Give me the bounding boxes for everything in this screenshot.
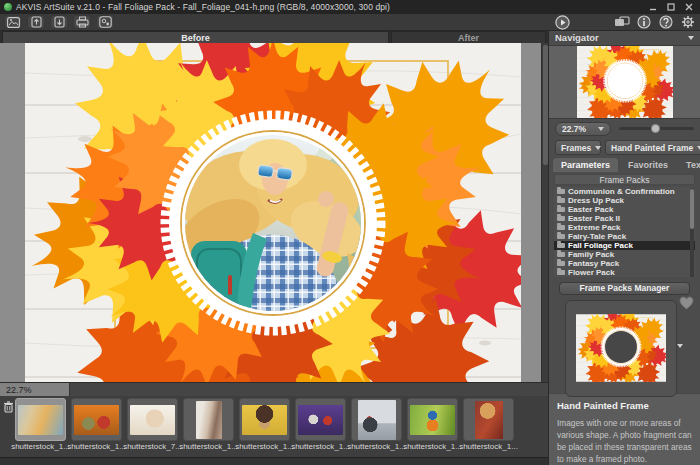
frame-pack-item[interactable]: Extreme Pack (554, 223, 695, 232)
frame-description-text: Images with one or more areas of various… (557, 417, 692, 465)
tab-parameters[interactable]: Parameters (553, 158, 618, 172)
zoom-dropdown[interactable]: 22.7% (555, 122, 611, 136)
frame-selector-row: Frames Hand Painted Frame (549, 139, 700, 158)
frame-pack-label: Fantasy Pack (568, 259, 619, 268)
frame-pack-label: Family Pack (568, 250, 614, 259)
image-canvas[interactable] (0, 43, 548, 382)
frame-pack-item[interactable]: Fairy-Tale Pack (554, 232, 695, 241)
minimize-icon[interactable] (645, 2, 660, 13)
frame-pack-item[interactable]: Communion & Confirmation (554, 187, 695, 196)
frame-pack-list: Communion & ConfirmationDress Up PackEas… (554, 187, 695, 277)
zoom-slider-thumb[interactable] (651, 124, 660, 133)
thumb-image (295, 398, 346, 441)
thumb-label: shutterstock_1... (291, 442, 350, 451)
frame-pack-item[interactable]: Easter Pack (554, 205, 695, 214)
frame-pack-label: Communion & Confirmation (568, 187, 675, 196)
thumb-image (407, 398, 458, 441)
run-button[interactable] (553, 15, 571, 29)
frame-pack-label: Extreme Pack (568, 223, 620, 232)
tab-before-label: Before (181, 33, 210, 43)
navigator-header[interactable]: Navigator (549, 31, 700, 45)
filmstrip-thumb[interactable]: shutterstock_1... (407, 398, 458, 451)
frame-pack-scrollbar[interactable] (690, 188, 694, 277)
folder-icon (557, 225, 565, 230)
canvas-vertical-scrollbar[interactable] (541, 43, 548, 382)
folder-icon (557, 270, 565, 275)
frame-pack-item[interactable]: Fantasy Pack (554, 259, 695, 268)
thumb-label: shutterstock_1... (403, 442, 462, 451)
close-icon[interactable] (681, 2, 696, 13)
navigator-viewport[interactable] (549, 45, 700, 119)
open-image-icon[interactable] (4, 15, 22, 29)
frame-pack-label: Fall Foliage Pack (568, 241, 633, 250)
filmstrip-thumb[interactable]: shutterstock_1... (71, 398, 122, 451)
help-icon[interactable] (657, 15, 675, 29)
thumb-image (71, 398, 122, 441)
tab-before[interactable]: Before (2, 31, 389, 43)
tab-text[interactable]: Text (678, 158, 700, 172)
preview-expand-icon[interactable] (677, 344, 683, 348)
frame-packs-header: Frame Packs (554, 174, 695, 185)
frame-pack-item[interactable]: Dress Up Pack (554, 196, 695, 205)
filmstrip-thumb[interactable]: shutterstock_1... (239, 398, 290, 451)
chevron-down-icon (595, 146, 601, 150)
frame-pack-item[interactable]: Flower Pack (554, 268, 695, 277)
import-file-icon[interactable] (27, 15, 45, 29)
frame-type-label: Hand Painted Frame (611, 143, 693, 153)
filmstrip-thumb[interactable]: shutterstock_1... (351, 398, 402, 451)
thumb-label: shutterstock_1... (67, 442, 126, 451)
folder-icon (557, 189, 565, 194)
frame-type-dropdown[interactable]: Hand Painted Frame (605, 140, 700, 155)
print-icon[interactable] (73, 15, 91, 29)
favorite-heart-icon[interactable] (679, 296, 694, 310)
thumb-label: shutterstock_1... (459, 442, 518, 451)
canvas-zoom-indicator[interactable]: 22.7% (0, 383, 70, 397)
workspace-mode-icon[interactable] (613, 15, 631, 29)
thumb-image (463, 398, 514, 441)
frame-pack-item[interactable]: Fall Foliage Pack (554, 241, 695, 250)
frame-preview[interactable] (565, 300, 677, 397)
status-bar: 22.7% (0, 382, 548, 396)
filmstrip-thumb[interactable]: shutterstock_1... (295, 398, 346, 451)
frame-pack-item[interactable]: Easter Pack II (554, 214, 695, 223)
folder-icon (557, 207, 565, 212)
share-icon[interactable] (96, 15, 114, 29)
frames-dropdown-label: Frames (561, 143, 591, 153)
frame-pack-label: Dress Up Pack (568, 196, 624, 205)
zoom-value: 22.7% (562, 124, 586, 134)
info-icon[interactable] (635, 15, 653, 29)
filmstrip-thumb[interactable]: shutterstock_1... (463, 398, 514, 451)
thumb-label: shutterstock_1... (179, 442, 238, 451)
frame-pack-item[interactable]: Family Pack (554, 250, 695, 259)
maximize-icon[interactable] (663, 2, 678, 13)
trash-icon[interactable] (3, 401, 14, 413)
thumb-image (127, 398, 178, 441)
thumb-image (183, 398, 234, 441)
thumb-label: shutterstock_1... (347, 442, 406, 451)
canvas-image[interactable] (25, 43, 521, 382)
folder-icon (557, 216, 565, 221)
thumb-image (351, 398, 402, 441)
frame-pack-label: Fairy-Tale Pack (568, 232, 626, 241)
filmstrip-thumbs: shutterstock_1...shutterstock_1...shutte… (15, 398, 514, 451)
zoom-slider[interactable] (619, 127, 694, 130)
filmstrip-thumb[interactable]: shutterstock_1... (183, 398, 234, 451)
thumb-label: shutterstock_7... (123, 442, 182, 451)
export-file-icon[interactable] (50, 15, 68, 29)
frames-dropdown[interactable]: Frames (555, 140, 601, 155)
preferences-gear-icon[interactable] (679, 15, 697, 29)
frame-pack-label: Flower Pack (568, 268, 615, 277)
titlebar: AKVIS ArtSuite v.21.0 - Fall Foliage Pac… (0, 0, 700, 14)
navigator-collapse-icon[interactable] (688, 36, 694, 40)
filmstrip-thumb[interactable]: shutterstock_1... (15, 398, 66, 451)
folder-icon (557, 243, 565, 248)
chevron-down-icon (598, 127, 604, 131)
panel-tab-bar: Parameters Favorites Text (549, 157, 700, 172)
filmstrip-thumb[interactable]: shutterstock_7... (127, 398, 178, 451)
tab-after[interactable]: After (391, 31, 546, 43)
folder-icon (557, 234, 565, 239)
frame-packs-manager-button[interactable]: Frame Packs Manager (559, 282, 690, 295)
tab-favorites[interactable]: Favorites (620, 158, 676, 172)
folder-icon (557, 261, 565, 266)
folder-icon (557, 198, 565, 203)
